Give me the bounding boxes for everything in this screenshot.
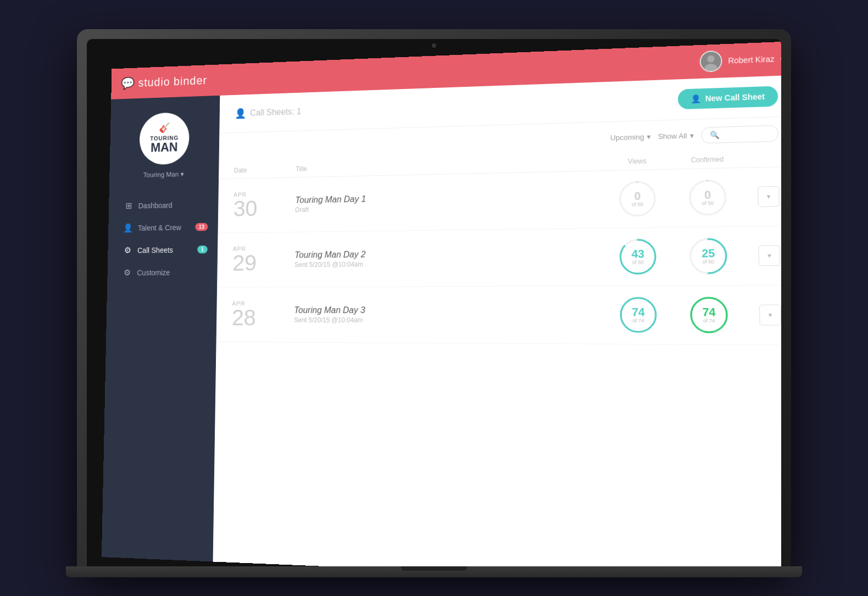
page-title-area: 👤 Call Sheets: 1 — [235, 105, 301, 119]
avatar — [700, 50, 722, 72]
sidebar-item-talent-crew[interactable]: 👤 Talent & Crew 13 — [108, 215, 218, 239]
sidebar-item-label: Talent & Crew — [138, 223, 181, 232]
confirmed-circle-1: 0 of 50 — [687, 177, 728, 217]
views-of-3: of 74 — [632, 318, 645, 323]
sheet-title-2: Touring Man Day 2 — [294, 247, 603, 260]
show-all-label: Show All — [658, 131, 687, 141]
expand-button-2[interactable]: ▾ — [759, 245, 781, 266]
sidebar-item-label: Call Sheets — [137, 246, 173, 254]
views-stat-2: 43 of 50 — [603, 236, 673, 276]
confirmed-stat-2: 25 of 50 — [673, 236, 744, 276]
avatar-placeholder — [701, 51, 721, 71]
project-name[interactable]: Touring Man ▾ — [143, 170, 185, 179]
search-input[interactable] — [723, 129, 771, 138]
confirmed-stat-3: 74 of 74 — [673, 294, 745, 335]
dashboard-icon: ⊞ — [124, 200, 133, 210]
views-stat-3: 74 of 74 — [603, 295, 674, 335]
new-call-sheet-button[interactable]: 👤 New Call Sheet — [677, 86, 778, 109]
laptop-base-notch — [401, 566, 467, 571]
date-cell-3: APR 28 — [232, 300, 294, 329]
views-of-2: of 50 — [631, 260, 644, 265]
date-day-3: 28 — [232, 307, 256, 329]
date-day-2: 29 — [232, 252, 257, 274]
views-circle-1: 0 of 50 — [617, 179, 658, 219]
upcoming-filter[interactable]: Upcoming ▾ — [610, 132, 651, 142]
col-confirmed: Confirmed — [672, 155, 743, 164]
logo-area: 💬 studio binder — [121, 74, 207, 90]
search-icon: 🔍 — [710, 130, 719, 139]
title-cell-3: Touring Man Day 3 Sent 5/20/15 @10:04am — [294, 305, 604, 324]
table-row: APR 29 Touring Man Day 2 Sent 5/20/15 @1… — [217, 226, 781, 287]
talent-badge: 13 — [195, 222, 208, 231]
date-cell-2: APR 29 — [232, 245, 294, 274]
col-actions — [743, 154, 779, 163]
sidebar-item-call-sheets[interactable]: ⚙ Call Sheets 1 — [108, 238, 218, 261]
views-number-2: 43 — [631, 248, 644, 259]
confirmed-number-1: 0 — [702, 189, 714, 200]
views-of-1: of 50 — [632, 202, 643, 207]
views-number-1: 0 — [632, 190, 643, 202]
laptop-shell: 💬 studio binder — [77, 29, 791, 567]
col-title: Title — [296, 158, 603, 173]
confirmed-of-3: of 74 — [702, 318, 715, 323]
table-body: APR 30 Touring Man Day 1 Draft — [213, 166, 781, 567]
show-all-chevron-icon: ▾ — [690, 131, 694, 140]
confirmed-number-2: 25 — [702, 247, 715, 259]
screen-bezel: 💬 studio binder — [87, 39, 781, 567]
project-logo-text-main: MAN — [151, 140, 178, 153]
date-day-1: 30 — [233, 197, 258, 220]
logo-icon: 💬 — [121, 76, 134, 90]
views-circle-2: 43 of 50 — [617, 236, 659, 276]
show-all-filter[interactable]: Show All ▾ — [658, 131, 694, 141]
sidebar-item-label: Customize — [137, 268, 170, 277]
views-circle-3: 74 of 74 — [618, 295, 659, 335]
sidebar-item-customize[interactable]: ⚙ Customize — [107, 260, 218, 283]
laptop-wrapper: 💬 studio binder — [77, 29, 791, 567]
content-area: 👤 Call Sheets: 1 👤 New Call Sheet — [213, 75, 781, 567]
page-person-icon: 👤 — [235, 107, 246, 119]
callsheets-badge: 1 — [197, 245, 208, 253]
confirmed-of-1: of 50 — [702, 200, 714, 206]
expand-button-1[interactable]: ▾ — [758, 186, 780, 207]
user-chevron-icon: ▾ — [781, 55, 781, 62]
expand-button-3[interactable]: ▾ — [759, 304, 781, 325]
customize-icon: ⚙ — [122, 268, 132, 277]
sheet-status-3: Sent 5/20/15 @10:04am — [294, 316, 604, 324]
date-cell-1: APR 30 — [233, 190, 296, 220]
project-logo-icon: 🎸 — [159, 121, 170, 133]
main-layout: 🎸 TOURING MAN Touring Man ▾ ⊞ Dashboard — [102, 75, 781, 567]
new-call-sheet-icon: 👤 — [691, 94, 700, 103]
laptop-base — [66, 566, 802, 577]
search-box[interactable]: 🔍 — [701, 125, 778, 143]
sidebar: 🎸 TOURING MAN Touring Man ▾ ⊞ Dashboard — [102, 95, 220, 561]
col-views: Views — [603, 157, 672, 166]
title-cell-1: Touring Man Day 1 Draft — [295, 190, 603, 213]
app-screen: 💬 studio binder — [102, 41, 781, 567]
logo-text: studio binder — [138, 74, 207, 90]
confirmed-stat-1: 0 of 50 — [672, 177, 744, 218]
upcoming-chevron-icon: ▾ — [647, 132, 650, 141]
camera-dot — [432, 43, 436, 48]
talent-icon: 👤 — [123, 222, 133, 232]
new-call-sheet-label: New Call Sheet — [705, 92, 765, 103]
confirmed-circle-2: 25 of 50 — [687, 236, 729, 276]
confirmed-of-2: of 50 — [702, 259, 715, 265]
title-cell-2: Touring Man Day 2 Sent 5/20/15 @10:04am — [294, 247, 603, 268]
sidebar-item-label: Dashboard — [138, 200, 173, 209]
views-stat-1: 0 of 50 — [603, 178, 672, 219]
col-date: Date — [234, 165, 296, 174]
confirmed-number-3: 74 — [702, 306, 715, 318]
user-name: Robert Kiraz — [728, 54, 775, 65]
views-number-3: 74 — [632, 306, 645, 318]
page-title: Call Sheets: 1 — [250, 107, 301, 118]
callsheets-icon: ⚙ — [123, 245, 132, 255]
confirmed-circle-3: 74 of 74 — [688, 294, 730, 335]
upcoming-label: Upcoming — [610, 132, 644, 142]
sheet-status-2: Sent 5/20/15 @10:04am — [294, 258, 603, 268]
table-row: APR 28 Touring Man Day 3 Sent 5/20/15 @1… — [216, 285, 781, 345]
sheet-title-3: Touring Man Day 3 — [294, 305, 603, 315]
project-logo: 🎸 TOURING MAN — [139, 112, 190, 164]
sidebar-item-dashboard[interactable]: ⊞ Dashboard — [109, 193, 219, 217]
user-area[interactable]: Robert Kiraz ▾ — [700, 48, 781, 73]
